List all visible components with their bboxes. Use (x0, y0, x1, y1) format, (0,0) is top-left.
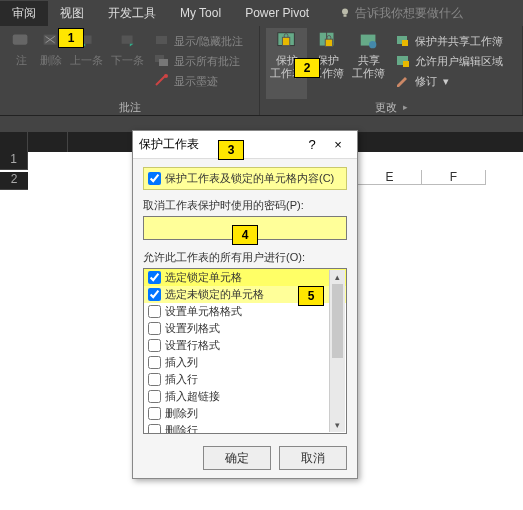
password-label: 取消工作表保护时使用的密码(P): (143, 198, 347, 213)
dialog-close-button[interactable]: × (325, 137, 351, 152)
allow-edit-icon (395, 53, 411, 69)
tab-view[interactable]: 视图 (48, 1, 96, 26)
list-item[interactable]: 删除列 (144, 405, 346, 422)
row-number[interactable]: 2 (0, 172, 28, 190)
tab-bar: 审阅 视图 开发工具 My Tool Power Pivot 告诉我你想要做什么 (0, 0, 523, 26)
comment-icon (10, 30, 32, 52)
list-item[interactable]: 选定锁定单元格 (144, 269, 346, 286)
tab-dev[interactable]: 开发工具 (96, 1, 168, 26)
ribbon: 审阅 视图 开发工具 My Tool Power Pivot 告诉我你想要做什么… (0, 0, 523, 132)
show-all-comments-button[interactable]: 显示所有批注 (154, 52, 243, 70)
list-item[interactable]: 设置行格式 (144, 337, 346, 354)
svg-rect-11 (282, 37, 289, 45)
tab-powerpivot[interactable]: Power Pivot (233, 2, 321, 24)
svg-rect-2 (13, 35, 28, 45)
protect-share-icon (395, 33, 411, 49)
list-item[interactable]: 删除行 (144, 422, 346, 434)
track-changes-button[interactable]: 修订▾ (395, 72, 503, 90)
dialog-help-button[interactable]: ? (299, 137, 325, 152)
svg-rect-20 (403, 61, 409, 67)
protect-contents-label: 保护工作表及锁定的单元格内容(C) (165, 171, 334, 186)
col-header-e[interactable]: E (358, 170, 422, 185)
col-header-f[interactable]: F (422, 170, 486, 185)
group-comments-label: 批注 (119, 100, 141, 115)
ok-button[interactable]: 确定 (203, 446, 271, 470)
ink-icon (154, 73, 170, 89)
svg-rect-14 (325, 39, 332, 46)
cancel-button[interactable]: 取消 (279, 446, 347, 470)
list-item[interactable]: 设置列格式 (144, 320, 346, 337)
svg-point-0 (342, 9, 348, 15)
show-ink-button[interactable]: 显示墨迹 (154, 72, 243, 90)
protect-sheet-icon (276, 30, 298, 52)
row-number[interactable]: 1 (0, 152, 28, 170)
svg-rect-5 (121, 36, 132, 44)
tab-mytool[interactable]: My Tool (168, 2, 233, 24)
select-all-corner[interactable] (0, 132, 28, 152)
scroll-down-icon[interactable]: ▾ (330, 418, 345, 432)
callout-5: 5 (298, 286, 324, 306)
protect-workbook-icon (317, 30, 339, 52)
scroll-thumb[interactable] (332, 284, 343, 358)
next-icon (117, 30, 139, 52)
new-comment-button[interactable]: 注 (6, 28, 36, 99)
protect-sheet-dialog: 保护工作表 ? × 保护工作表及锁定的单元格内容(C) 取消工作表保护时使用的密… (132, 130, 358, 479)
dialog-titlebar: 保护工作表 ? × (133, 131, 357, 159)
comment-toggle-icon (154, 33, 170, 49)
share-workbook-button[interactable]: 共享 工作簿 (348, 28, 389, 99)
svg-rect-18 (402, 40, 408, 46)
permissions-label: 允许此工作表的所有用户进行(O): (143, 250, 347, 265)
callout-1: 1 (58, 28, 84, 48)
show-hide-comment-button[interactable]: 显示/隐藏批注 (154, 32, 243, 50)
svg-point-9 (164, 74, 168, 78)
list-item[interactable]: 插入超链接 (144, 388, 346, 405)
svg-point-16 (369, 41, 376, 48)
scroll-up-icon[interactable]: ▴ (330, 270, 345, 284)
protect-contents-check[interactable] (148, 172, 161, 185)
pencil-icon (395, 73, 411, 89)
allow-edit-ranges-button[interactable]: 允许用户编辑区域 (395, 52, 503, 70)
protect-contents-checkbox[interactable]: 保护工作表及锁定的单元格内容(C) (143, 167, 347, 190)
list-item[interactable]: 插入列 (144, 354, 346, 371)
list-item[interactable]: 插入行 (144, 371, 346, 388)
callout-3: 3 (218, 140, 244, 160)
tab-review[interactable]: 审阅 (0, 1, 48, 26)
callout-2: 2 (294, 58, 320, 78)
svg-rect-1 (344, 15, 347, 17)
list-scrollbar[interactable]: ▴ ▾ (329, 270, 345, 432)
group-expand-icon[interactable]: ▸ (403, 102, 408, 112)
group-changes-label: 更改 (375, 100, 397, 115)
protect-share-button[interactable]: 保护并共享工作簿 (395, 32, 503, 50)
svg-rect-6 (156, 36, 167, 44)
svg-rect-8 (159, 59, 168, 66)
next-comment-button[interactable]: 下一条 (107, 28, 148, 99)
tell-me-label: 告诉我你想要做什么 (355, 5, 463, 22)
callout-4: 4 (232, 225, 258, 245)
tell-me-search[interactable]: 告诉我你想要做什么 (339, 5, 463, 22)
group-comments: 注 删除 上一条 下一条 显示/隐藏批注 (0, 26, 260, 115)
bulb-icon (339, 7, 351, 19)
share-workbook-icon (358, 30, 380, 52)
comments-all-icon (154, 53, 170, 69)
